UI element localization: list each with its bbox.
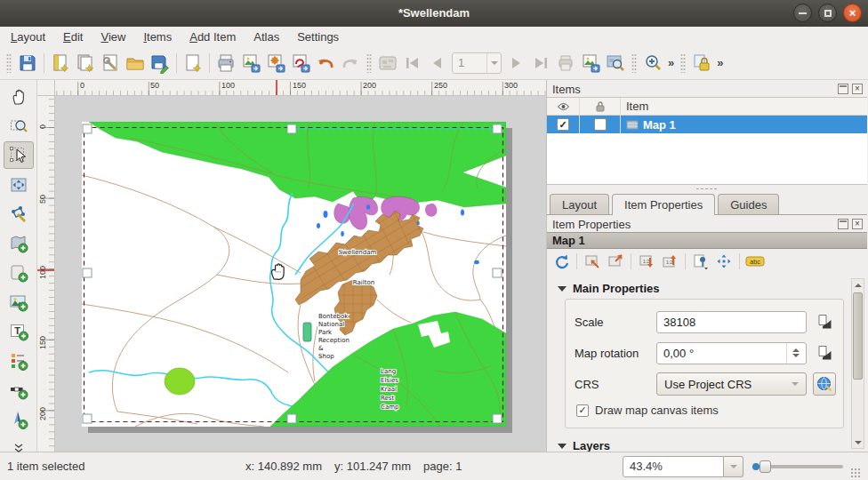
print-button[interactable] bbox=[213, 51, 238, 76]
zoom-level-value[interactable]: 43.4% bbox=[623, 456, 724, 477]
print-atlas-button[interactable] bbox=[553, 51, 578, 76]
pan-tool-button[interactable] bbox=[4, 83, 34, 110]
move-content-button[interactable] bbox=[713, 251, 735, 272]
tab-guides[interactable]: Guides bbox=[718, 194, 779, 214]
scale-input[interactable]: 38108 bbox=[656, 311, 807, 333]
select-move-item-tool-button[interactable] bbox=[4, 141, 34, 169]
menu-items[interactable]: Items bbox=[134, 28, 181, 45]
handle-top-right[interactable] bbox=[493, 124, 502, 133]
atlas-settings-button[interactable] bbox=[603, 51, 628, 76]
zoom-level-dropdown[interactable] bbox=[724, 456, 743, 477]
item-properties-float-button[interactable] bbox=[838, 219, 848, 229]
edit-nodes-tool-button[interactable] bbox=[4, 200, 34, 228]
interactive-extent-button[interactable] bbox=[690, 251, 711, 272]
view-scale-button[interactable]: 1:2 bbox=[659, 251, 680, 272]
maximize-button[interactable] bbox=[818, 4, 837, 22]
add-pages-button[interactable] bbox=[181, 51, 205, 76]
minimize-button[interactable] bbox=[793, 4, 812, 22]
dock-splitter[interactable] bbox=[547, 185, 867, 192]
items-panel-close-button[interactable]: × bbox=[852, 84, 863, 94]
add-shape-tool-button[interactable] bbox=[4, 259, 34, 286]
menu-settings[interactable]: Settings bbox=[288, 28, 348, 45]
scale-data-defined-button[interactable] bbox=[813, 310, 836, 333]
lock-checkbox[interactable] bbox=[594, 118, 607, 131]
undo-button[interactable] bbox=[313, 51, 338, 76]
handle-mid-right[interactable] bbox=[493, 268, 502, 277]
items-table-row-map1[interactable]: ✓ Map 1 bbox=[547, 116, 867, 133]
section-main-properties[interactable]: Main Properties bbox=[558, 282, 846, 295]
save-template-button[interactable] bbox=[148, 51, 173, 76]
handle-top-left[interactable] bbox=[83, 124, 92, 133]
toolbar-grip[interactable] bbox=[6, 53, 12, 73]
add-north-arrow-tool-button[interactable] bbox=[4, 405, 34, 433]
visibility-checkbox[interactable]: ✓ bbox=[557, 118, 569, 131]
scrollbar-thumb[interactable] bbox=[853, 292, 863, 380]
handle-bottom-right[interactable] bbox=[493, 414, 502, 423]
properties-scrollbar[interactable] bbox=[851, 278, 864, 449]
window-resize-grip[interactable] bbox=[850, 468, 861, 478]
items-panel-float-button[interactable] bbox=[838, 84, 848, 94]
rotation-spinner[interactable] bbox=[786, 343, 800, 364]
zoom-in-button[interactable] bbox=[640, 51, 665, 76]
handle-bottom-left[interactable] bbox=[83, 414, 92, 423]
add-legend-tool-button[interactable] bbox=[4, 347, 34, 374]
add-map-tool-button[interactable] bbox=[4, 229, 34, 257]
last-feature-button[interactable] bbox=[528, 51, 553, 76]
layout-viewport[interactable]: Swellendam Railton Bontebok National Par… bbox=[55, 96, 546, 452]
zoom-tool-button[interactable] bbox=[4, 112, 34, 140]
draw-canvas-items-row[interactable]: ✓ Draw map canvas items bbox=[576, 404, 836, 417]
menu-atlas[interactable]: Atlas bbox=[245, 28, 288, 45]
add-label-tool-button[interactable]: T bbox=[4, 317, 34, 345]
lock-layers-button[interactable] bbox=[689, 51, 714, 76]
atlas-page-dropdown[interactable] bbox=[486, 53, 501, 73]
handle-top-mid[interactable] bbox=[287, 124, 296, 133]
scroll-up-arrow[interactable] bbox=[852, 279, 864, 291]
layout-page[interactable]: Swellendam Railton Bontebok National Par… bbox=[82, 122, 506, 427]
toolbar-overflow[interactable]: » bbox=[665, 56, 677, 69]
add-scalebar-tool-button[interactable] bbox=[4, 376, 34, 404]
close-button[interactable]: × bbox=[843, 4, 862, 22]
duplicate-layout-button[interactable] bbox=[73, 51, 98, 76]
layout-manager-button[interactable] bbox=[98, 51, 123, 76]
previous-feature-button[interactable] bbox=[425, 51, 450, 76]
menu-layout[interactable]: Layout bbox=[2, 28, 54, 45]
toolbar-grip[interactable] bbox=[680, 53, 686, 73]
handle-bottom-mid[interactable] bbox=[287, 414, 296, 423]
export-atlas-button[interactable] bbox=[578, 51, 603, 76]
next-feature-button[interactable] bbox=[503, 51, 528, 76]
item-properties-scroll-area[interactable]: Main Properties Scale 38108 Map rotation… bbox=[547, 273, 867, 452]
redo-button[interactable] bbox=[338, 51, 363, 76]
toolbar-grip[interactable] bbox=[631, 53, 637, 73]
menu-edit[interactable]: Edit bbox=[54, 28, 92, 45]
add-picture-tool-button[interactable] bbox=[4, 288, 34, 316]
item-properties-close-button[interactable]: × bbox=[852, 219, 863, 229]
atlas-page-combo[interactable]: 1 bbox=[452, 52, 502, 74]
save-project-button[interactable] bbox=[15, 51, 40, 76]
first-feature-button[interactable] bbox=[400, 51, 425, 76]
tab-layout[interactable]: Layout bbox=[550, 194, 609, 214]
set-map-extent-button[interactable] bbox=[582, 251, 603, 272]
new-layout-button[interactable] bbox=[48, 51, 73, 76]
rotation-data-defined-button[interactable] bbox=[813, 341, 836, 364]
zoom-level-combo[interactable]: 43.4% bbox=[623, 456, 743, 477]
menu-add-item[interactable]: Add Item bbox=[181, 28, 245, 45]
export-svg-button[interactable] bbox=[263, 51, 288, 76]
crs-select-button[interactable] bbox=[813, 372, 836, 396]
toolbar-overflow[interactable]: » bbox=[714, 56, 726, 69]
preview-atlas-button[interactable] bbox=[375, 51, 400, 76]
map-item[interactable]: Swellendam Railton Bontebok National Par… bbox=[82, 122, 506, 427]
toolbar-grip[interactable] bbox=[366, 53, 372, 73]
zoom-slider[interactable] bbox=[751, 458, 843, 476]
zoom-slider-knob[interactable] bbox=[760, 460, 771, 473]
refresh-button[interactable] bbox=[551, 251, 572, 272]
scroll-down-arrow[interactable] bbox=[852, 436, 864, 448]
menu-view[interactable]: View bbox=[92, 28, 134, 45]
crs-combo[interactable]: Use Project CRS bbox=[656, 372, 807, 396]
rotation-input[interactable]: 0,00 ° bbox=[656, 342, 807, 364]
export-pdf-button[interactable] bbox=[288, 51, 313, 76]
toolbox-more-chevron[interactable] bbox=[4, 435, 34, 462]
set-map-scale-button[interactable]: 1:2 bbox=[636, 251, 657, 272]
labels-button[interactable]: abc bbox=[744, 251, 766, 272]
move-item-content-tool-button[interactable] bbox=[4, 171, 34, 198]
tab-item-properties[interactable]: Item Properties bbox=[612, 194, 715, 215]
